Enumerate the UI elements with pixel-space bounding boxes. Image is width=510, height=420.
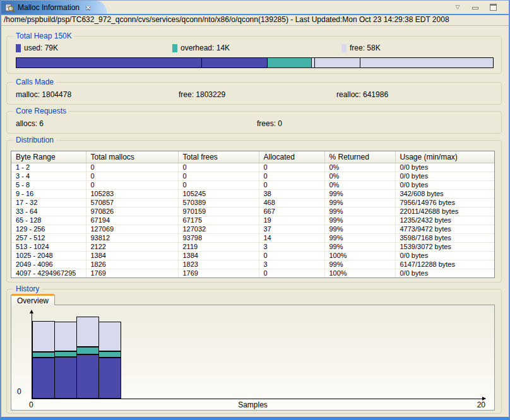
table-row[interactable]: 17 - 3257085757038946899%7956/14976 byte… [11,198,494,207]
legend-label: free: 58K [350,44,381,52]
table-cell: 0 [259,251,324,260]
stat-value: frees: 0 [257,119,282,128]
table-cell: 0 [86,163,178,172]
table-cell: 127032 [178,225,259,233]
table-cell: 3 - 4 [11,172,86,180]
history-bar-segment-used [54,357,77,399]
distribution-table[interactable]: Byte RangeTotal mallocsTotal freesAlloca… [11,151,495,278]
table-row[interactable]: 129 - 2561270691270323799%4773/9472 byte… [11,225,494,233]
table-cell: 468 [259,198,324,207]
maximize-icon[interactable] [489,3,497,11]
history-bar [32,321,55,399]
close-icon[interactable]: ✕ [85,4,91,12]
table-cell: 667 [259,207,324,216]
table-cell: 1025 - 2048 [11,251,86,260]
table-cell: 9 - 16 [11,189,86,198]
history-bar-segment-overhead [54,351,77,357]
table-cell: 4097 - 4294967295 [11,269,86,277]
heap-usage-bar [16,57,494,68]
view-content: Total Heap 150K used: 79Koverhead: 14Kfr… [1,26,509,414]
tab-malloc-information[interactable]: Malloc Information ✕ [1,1,107,15]
history-bar [76,317,99,399]
column-header[interactable]: Usage (min/max) [395,151,494,163]
distribution-caption: Distribution [13,136,56,144]
table-cell: 257 - 512 [11,233,86,242]
heap-segment-overhead [267,58,311,67]
chart-x-axis [32,399,485,399]
view-menu-icon[interactable]: ▽ [453,3,462,11]
legend-item: free: 58K [341,44,381,52]
distribution-table-body: 1 - 20000%0/0 bytes3 - 40000%0/0 bytes5 … [11,163,494,277]
table-row[interactable]: 9 - 161052831052453899%342/608 bytes [11,189,494,198]
table-cell: 3 [259,260,324,269]
table-row[interactable]: 2049 - 409618261823399%6147/12288 bytes [11,260,494,269]
table-cell: 513 - 1024 [11,242,86,251]
history-caption: History [13,284,42,293]
table-cell: 3598/7168 bytes [395,233,494,242]
total-heap-group: Total Heap 150K used: 79Koverhead: 14Kfr… [6,36,502,74]
column-header[interactable]: Total frees [178,151,259,163]
legend-swatch [341,44,347,52]
table-cell: 0 [259,172,324,180]
table-row[interactable]: 65 - 12867194671751999%1235/2432 bytes [11,216,494,225]
heap-segment-used [16,58,267,67]
malloc-view-icon [5,3,15,13]
table-cell: 1539/3072 bytes [395,242,494,251]
malloc-information-view: Malloc Information ✕ ▽ /home/pspbuild/ps… [0,0,510,420]
distribution-table-header[interactable]: Byte RangeTotal mallocsTotal freesAlloca… [11,151,494,163]
heap-segment-free [311,58,493,67]
y-axis-zero-label: 0 [17,387,21,396]
history-bar-segment-overhead [32,352,55,358]
table-cell: 0% [324,172,395,180]
table-cell: 1384 [178,251,259,260]
legend-item: used: 79K [16,44,58,52]
table-cell: 0/0 bytes [395,251,494,260]
table-row[interactable]: 5 - 80000%0/0 bytes [11,180,494,189]
table-cell: 1769 [86,269,178,277]
target-path-label: /home/pspbuild/psp/TC632_972_qconn/cvs/s… [1,14,509,26]
stat-value: realloc: 641986 [336,90,388,99]
table-cell: 0/0 bytes [395,269,494,277]
table-cell: 127069 [86,225,178,233]
history-group: History Overview 0 0 Samples 20 [6,289,502,414]
table-cell: 0% [324,180,395,189]
column-header[interactable]: Allocated [259,151,324,163]
history-bar-segment-used [76,354,99,399]
table-row[interactable]: 3 - 40000%0/0 bytes [11,172,494,180]
table-cell: 99% [324,233,395,242]
history-bar-segment-overhead [76,347,99,354]
table-row[interactable]: 257 - 51293812937981499%3598/7168 bytes [11,233,494,242]
table-cell: 65 - 128 [11,216,86,225]
table-row[interactable]: 4097 - 4294967295176917690100%0/0 bytes [11,269,494,277]
column-header[interactable]: Byte Range [11,151,86,163]
x-axis-end-label: 20 [477,400,485,409]
heap-segment-divider [314,58,315,67]
column-header[interactable]: % Returned [324,151,395,163]
total-heap-caption: Total Heap 150K [13,32,74,40]
history-panel: 0 0 Samples 20 [11,305,495,411]
table-cell: 17 - 32 [11,198,86,207]
table-cell: 0 [86,180,178,189]
history-bar-segment-used [98,358,121,399]
table-row[interactable]: 33 - 6497082697015966799%22011/42688 byt… [11,207,494,216]
x-axis-zero-label: 0 [29,400,33,409]
calls-made-caption: Calls Made [13,78,56,86]
table-cell: 0 [178,172,259,180]
history-bar-segment-free [32,321,55,352]
legend-swatch [16,44,21,52]
table-cell: 1 - 2 [11,163,86,172]
minimize-icon[interactable] [471,3,480,11]
stat-value: malloc: 1804478 [16,90,71,99]
table-row[interactable]: 513 - 102421222119399%1539/3072 bytes [11,242,494,251]
table-cell: 67175 [178,216,259,225]
heap-segment-divider [201,58,202,67]
table-cell: 6147/12288 bytes [395,260,494,269]
history-bar [98,322,121,399]
history-bar-segment-overhead [98,351,121,358]
table-cell: 99% [324,216,395,225]
tab-overview[interactable]: Overview [11,294,55,305]
table-row[interactable]: 1025 - 2048138413840100%0/0 bytes [11,251,494,260]
table-cell: 1384 [86,251,178,260]
table-row[interactable]: 1 - 20000%0/0 bytes [11,163,494,172]
column-header[interactable]: Total mallocs [86,151,178,163]
